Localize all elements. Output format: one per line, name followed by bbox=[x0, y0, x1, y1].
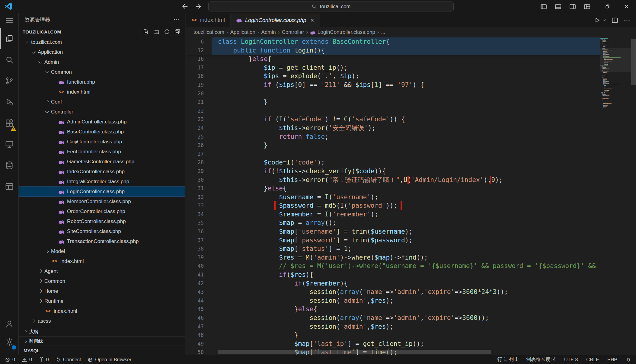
activity-settings[interactable] bbox=[0, 331, 18, 353]
tab-index.html[interactable]: <>index.html bbox=[186, 13, 231, 27]
code-line[interactable]: $ip = get_client_ip(); bbox=[212, 63, 600, 72]
vertical-scrollbar[interactable] bbox=[631, 39, 636, 85]
code-line[interactable]: session(array('name'=>'admin','expire'=>… bbox=[212, 314, 600, 322]
status-cursor-position[interactable]: 行 1, 列 1 bbox=[497, 356, 518, 363]
code-line[interactable]: if ($ips[0] == '211' && $ips[1] == '97')… bbox=[212, 81, 600, 89]
collapse-all-icon[interactable] bbox=[174, 28, 181, 35]
code-line[interactable]: if($res){ bbox=[212, 270, 600, 279]
code-line[interactable]: $password = md5(I('password')); bbox=[212, 201, 600, 210]
code-line[interactable]: return false; bbox=[212, 133, 600, 141]
status-open-in-browser[interactable]: Open In Browser bbox=[88, 357, 131, 362]
tree-file-GametestController.class.php[interactable]: GametestController.class.php bbox=[19, 157, 185, 167]
tree-file-CaijiController.class.php[interactable]: CaijiController.class.php bbox=[19, 137, 185, 147]
code-line[interactable]: if (I('safeCode') != C('safeCode')) { bbox=[212, 115, 600, 124]
code-line[interactable]: // $res = M('user')->where("username = '… bbox=[212, 262, 600, 270]
activity-source-control[interactable] bbox=[0, 70, 18, 91]
activity-run-debug[interactable] bbox=[0, 91, 18, 113]
tree-file-RobotController.class.php[interactable]: RobotController.class.php bbox=[19, 216, 185, 226]
minimap-viewport[interactable] bbox=[600, 48, 631, 72]
activity-extensions[interactable]: ! bbox=[0, 113, 18, 134]
layout-panel-icon[interactable] bbox=[555, 3, 562, 10]
code-line[interactable]: if(!$this->check_verify($code)){ bbox=[212, 167, 600, 176]
minimize-button[interactable] bbox=[579, 0, 598, 13]
code-line[interactable]: session(array('name'=>'admin','expire'=>… bbox=[212, 288, 600, 296]
code-line[interactable]: $this->error("亲，验证码输错了哦！",U('Admin/Login… bbox=[212, 176, 600, 184]
tree-folder-Application[interactable]: Application bbox=[19, 47, 185, 57]
sidebar-section-大纲[interactable]: 大纲 bbox=[19, 327, 185, 336]
code-line[interactable]: $map['password'] = trim($password); bbox=[212, 236, 600, 245]
tree-file-SiteController.class.php[interactable]: SiteController.class.php bbox=[19, 226, 185, 236]
tree-file-index.html[interactable]: <>index.html bbox=[19, 306, 185, 316]
tree-folder-Agent[interactable]: Agent bbox=[19, 266, 185, 276]
code-line[interactable]: }else{ bbox=[212, 184, 600, 193]
arrow-left-icon[interactable] bbox=[181, 2, 189, 10]
code-line[interactable]: $remember = I('remember'); bbox=[212, 210, 600, 219]
breadcrumb-item[interactable]: Admin bbox=[261, 29, 276, 35]
breadcrumb-item[interactable]: touzilicai.com bbox=[193, 29, 224, 35]
breadcrumb-item[interactable]: ... bbox=[381, 29, 385, 35]
tree-file-IndexController.class.php[interactable]: IndexController.class.php bbox=[19, 167, 185, 177]
status-eol[interactable]: CRLF bbox=[586, 357, 599, 362]
tree-file-MemberController.class.php[interactable]: MemberController.class.php bbox=[19, 196, 185, 206]
status-encoding[interactable]: UTF-8 bbox=[564, 357, 578, 362]
arrow-right-icon[interactable] bbox=[194, 2, 202, 10]
status-errors[interactable]: 0 bbox=[5, 357, 15, 362]
restore-button[interactable] bbox=[598, 0, 617, 13]
code-line[interactable]: $map['username'] = trim($username); bbox=[212, 227, 600, 236]
code-line[interactable]: $code=I('code'); bbox=[212, 158, 600, 167]
tree-file-function.php[interactable]: function.php bbox=[19, 77, 185, 87]
code-line[interactable]: $map['status'] = 1; bbox=[212, 244, 600, 253]
tree-folder-Common[interactable]: Common bbox=[19, 67, 185, 77]
status-language-mode[interactable]: PHP bbox=[607, 357, 617, 362]
code-line[interactable]: if($remember){ bbox=[212, 279, 600, 288]
horizontal-scrollbar[interactable] bbox=[218, 350, 491, 354]
tree-folder-Home[interactable]: Home bbox=[19, 286, 185, 296]
tree-file-index.html[interactable]: <>index.html bbox=[19, 256, 185, 266]
activity-account[interactable] bbox=[0, 316, 18, 331]
layout-sidebar-icon[interactable] bbox=[540, 3, 547, 10]
code-line[interactable]: }else{ bbox=[212, 55, 600, 63]
code-line[interactable] bbox=[212, 150, 600, 158]
chevron-down-icon[interactable] bbox=[602, 18, 606, 22]
activity-remote-explorer[interactable] bbox=[0, 134, 18, 155]
activity-live-preview[interactable] bbox=[0, 176, 18, 197]
new-file-icon[interactable] bbox=[142, 28, 149, 35]
activity-explorer[interactable] bbox=[0, 28, 18, 49]
activity-database[interactable] bbox=[0, 155, 18, 176]
code-line[interactable]: $this->error('安全码错误'); bbox=[212, 124, 600, 133]
status-tab-size[interactable]: 制表符长度: 4 bbox=[526, 356, 556, 363]
code-line[interactable]: $username = I('username'); bbox=[212, 193, 600, 202]
tree-folder-Controller[interactable]: Controller bbox=[19, 107, 185, 117]
tree-folder-Common[interactable]: Common bbox=[19, 276, 185, 286]
tree-folder-Conf[interactable]: Conf bbox=[19, 97, 185, 107]
tree-folder-Model[interactable]: Model bbox=[19, 246, 185, 256]
tree-folder-touzilicai.com[interactable]: touzilicai.com bbox=[19, 37, 185, 47]
status-notifications[interactable] bbox=[626, 357, 631, 362]
tree-folder-Admin[interactable]: Admin bbox=[19, 57, 185, 67]
tree-file-BaseController.class.php[interactable]: BaseController.class.php bbox=[19, 127, 185, 137]
code-line[interactable]: } bbox=[212, 141, 600, 150]
activity-menu[interactable] bbox=[0, 13, 18, 28]
code-line[interactable]: public function login(){ bbox=[212, 46, 600, 55]
code-line[interactable] bbox=[212, 107, 600, 115]
tree-file-index.html[interactable]: <>index.html bbox=[19, 87, 185, 97]
activity-search[interactable] bbox=[0, 49, 18, 70]
code-line[interactable]: $map = array(); bbox=[212, 219, 600, 227]
sidebar-section-时间线[interactable]: 时间线 bbox=[19, 336, 185, 346]
code-line[interactable]: class LoginController extends BaseContro… bbox=[212, 37, 600, 46]
tab-LoginController.class.php[interactable]: LoginController.class.php× bbox=[231, 13, 320, 27]
sidebar-section-MYSQL[interactable]: MYSQL bbox=[19, 346, 185, 355]
breadcrumb-item[interactable]: Application bbox=[230, 29, 255, 35]
code-line[interactable] bbox=[212, 89, 600, 98]
refresh-icon[interactable] bbox=[164, 28, 170, 35]
split-editor-icon[interactable] bbox=[611, 17, 618, 24]
tree-file-OrderController.class.php[interactable]: OrderController.class.php bbox=[19, 206, 185, 216]
close-button[interactable] bbox=[617, 0, 636, 13]
tree-file-FenController.class.php[interactable]: FenController.class.php bbox=[19, 147, 185, 157]
command-center-search[interactable]: touzilicai.com bbox=[208, 2, 454, 11]
tree-file-LoginController.class.php[interactable]: LoginController.class.php bbox=[19, 187, 185, 196]
layout-sidebar-right-icon[interactable] bbox=[569, 3, 576, 10]
more-icon[interactable] bbox=[623, 17, 631, 24]
code-line[interactable]: $ips = explode('.', $ip); bbox=[212, 72, 600, 81]
tree-file-TransactionController.class.php[interactable]: TransactionController.class.php bbox=[19, 236, 185, 246]
